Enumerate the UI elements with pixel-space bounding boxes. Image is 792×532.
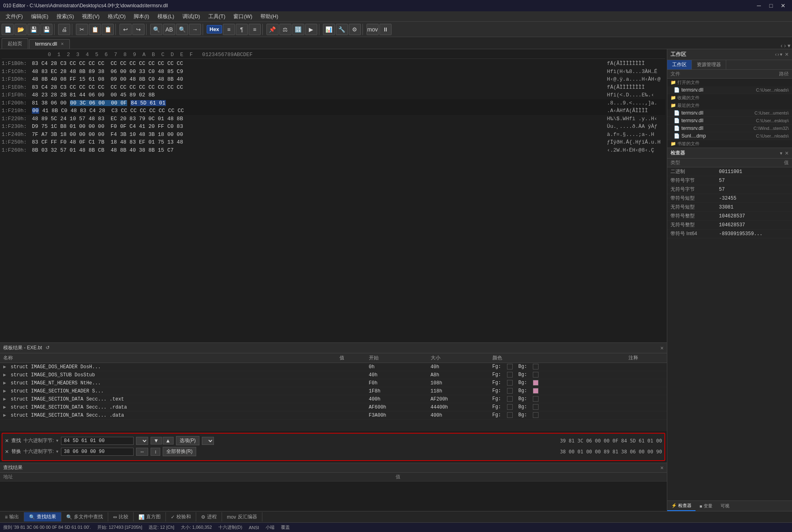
redo-button[interactable]: ↪ (132, 24, 145, 35)
undo-button[interactable]: ↩ (119, 24, 132, 35)
tab-list-icon[interactable]: ▾ (788, 42, 790, 49)
replace-close-icon[interactable]: ✕ (5, 449, 9, 455)
cut-button[interactable]: ✂ (76, 24, 88, 35)
inspector-scroll[interactable]: 二进制 00111001 带符号字节 57 无符号字节 57 带符号短型 -32… (667, 167, 792, 501)
inspector-tab-variables[interactable]: ■ 变量 (696, 501, 717, 511)
bottom-tab-find-results[interactable]: 🔍 查找结果 (24, 512, 61, 522)
workspace-nav-next[interactable]: › (777, 52, 779, 57)
workspace-file-item[interactable]: 📄 termsrv.dll C:\User...nloads\ (667, 86, 792, 94)
menu-tools[interactable]: 工具(T) (204, 12, 230, 21)
goto-button[interactable]: → (189, 24, 201, 35)
workspace-nav-prev[interactable]: ‹ (775, 52, 777, 57)
expand-arrow-icon[interactable]: ▶ (3, 372, 6, 378)
workspace-recent-item-1[interactable]: 📄 termsrv.dll C:\User...uments\ (667, 109, 792, 117)
pause-button[interactable]: ⏸ (379, 24, 392, 35)
compare-button[interactable]: ⚖ (279, 24, 291, 35)
find-type-dropdown-icon[interactable]: ▾ (56, 438, 59, 443)
move-button[interactable]: mov (367, 24, 379, 35)
tools-button[interactable]: 🔧 (336, 24, 348, 35)
find-input[interactable] (61, 437, 134, 445)
menu-edit[interactable]: 编辑(E) (27, 12, 52, 21)
open-button[interactable]: 📂 (15, 24, 27, 35)
calc-button[interactable]: 🔢 (292, 24, 304, 35)
workspace-close[interactable]: ✕ (785, 52, 789, 57)
find-up-arrow[interactable]: ▲ (163, 437, 174, 444)
bottom-tab-compare[interactable]: ⇔ 比较 (108, 512, 134, 522)
chart-button[interactable]: 📊 (323, 24, 335, 35)
expand-arrow-icon[interactable]: ▶ (3, 380, 6, 386)
search-results-scroll[interactable]: 地址 值 (0, 473, 667, 511)
template-row[interactable]: ▶ struct IMAGE_SECTION_HEADER S... 1F8h … (0, 387, 667, 395)
workspace-tab-workspace[interactable]: 工作区 (667, 60, 692, 69)
menu-help[interactable]: 帮助(H) (256, 12, 282, 21)
inspector-close[interactable]: ✕ (785, 150, 789, 156)
workspace-recent-item-2[interactable]: 📄 termsrv.dll C:\User...esktop\ (667, 117, 792, 125)
format-button[interactable]: ≡ (223, 24, 235, 35)
tab-close-button[interactable]: × (61, 41, 64, 47)
paste-button[interactable]: 📋 (102, 24, 114, 35)
save-button[interactable]: 💾 (27, 24, 40, 35)
tab-next-icon[interactable]: › (784, 42, 786, 49)
replace-icon-2[interactable]: ↕ (151, 448, 160, 456)
search-results-close[interactable]: × (660, 465, 664, 471)
menu-format[interactable]: 格式(O) (104, 12, 130, 21)
extra-button[interactable]: ⚙ (349, 24, 361, 35)
tab-prev-icon[interactable]: ‹ (781, 42, 783, 49)
bookmark-button[interactable]: 📌 (266, 24, 279, 35)
lines-button[interactable]: ≡ (249, 24, 261, 35)
template-row[interactable]: ▶ struct IMAGE_DOS_HEADER DosH... 0h 40h… (0, 363, 667, 371)
tab-home[interactable]: 起始页 (2, 38, 28, 49)
replace-type-dropdown-icon[interactable]: ▾ (56, 449, 59, 454)
find-dropdown[interactable] (136, 437, 148, 445)
expand-arrow-icon[interactable]: ▶ (3, 388, 6, 394)
bottom-tab-disasm[interactable]: mov 反汇编器 (222, 512, 262, 522)
menu-window[interactable]: 窗口(W) (229, 12, 256, 21)
workspace-recent-item-3[interactable]: 📄 termsrv.dll C:\Wind...stem32\ (667, 125, 792, 132)
workspace-collapse[interactable]: ▾ (780, 52, 782, 57)
maximize-button[interactable]: □ (765, 1, 777, 10)
columns-button[interactable]: ¶ (236, 24, 248, 35)
replace-input[interactable] (61, 448, 134, 456)
find-button[interactable]: 🔍 (150, 24, 162, 35)
template-table-scroll[interactable]: 名称 值 开始 大小 颜色 注释 ▶ struct IMAGE_DOS_HEAD… (0, 353, 667, 431)
find-next-button[interactable]: AB (163, 24, 175, 35)
find-options-button[interactable]: 选项(P) (176, 436, 199, 445)
template-row[interactable]: ▶ struct IMAGE_SECTION_DATA Secc... .dat… (0, 411, 667, 419)
template-row[interactable]: ▶ struct IMAGE_NT_HEADERS NtHe... F0h 10… (0, 379, 667, 387)
find-down-arrow[interactable]: ▼ (151, 437, 161, 444)
close-button[interactable]: ✕ (777, 1, 789, 10)
template-row[interactable]: ▶ struct IMAGE_SECTION_DATA Secc... .rda… (0, 403, 667, 411)
bottom-tab-process[interactable]: ⚙ 进程 (196, 512, 222, 522)
minimize-button[interactable]: ─ (753, 1, 765, 10)
expand-arrow-icon[interactable]: ▶ (3, 413, 6, 418)
inspector-collapse[interactable]: ▾ (780, 150, 782, 156)
template-row[interactable]: ▶ struct IMAGE_DOS_STUB DosStub 40h A8h … (0, 371, 667, 379)
bottom-tab-multifile-find[interactable]: 🔍 多文件中查找 (61, 512, 108, 522)
print-button[interactable]: 🖨 (58, 24, 70, 35)
copy-button[interactable]: 📋 (89, 24, 101, 35)
save-all-button[interactable]: 💾 (40, 24, 52, 35)
menu-script[interactable]: 脚本(I) (130, 12, 153, 21)
replace-icon-1[interactable]: ↔ (136, 448, 148, 456)
hex-view[interactable]: 0 1 2 3 4 5 6 7 8 9 A B C D E F 01234567… (0, 49, 667, 342)
menu-template[interactable]: 模板(L) (153, 12, 178, 21)
bottom-tab-output[interactable]: ≡ 输出 (0, 512, 24, 522)
menu-file[interactable]: 文件(F) (2, 12, 27, 21)
template-panel-close[interactable]: × (660, 345, 664, 351)
menu-debug[interactable]: 调试(D) (178, 12, 204, 21)
template-refresh-icon[interactable]: ↺ (46, 345, 50, 350)
menu-view[interactable]: 视图(V) (78, 12, 103, 21)
find-prev-button[interactable]: 🔍 (176, 24, 188, 35)
expand-arrow-icon[interactable]: ▶ (3, 364, 6, 370)
bottom-tab-checksum[interactable]: ✓ 校验和 (166, 512, 196, 522)
workspace-recent-item-4[interactable]: 📄 Sunl....dmp C:\User...nloads\ (667, 132, 792, 140)
tab-active-file[interactable]: termsrv.dll × (29, 39, 70, 49)
find-close-icon[interactable]: ✕ (5, 438, 9, 444)
inspector-tab-visual[interactable]: 可视 (717, 501, 733, 511)
expand-arrow-icon[interactable]: ▶ (3, 396, 6, 402)
inspector-tab-inspector[interactable]: ⚡ 检查器 (667, 501, 696, 511)
run-template-button[interactable]: ▶ (305, 24, 317, 35)
expand-arrow-icon[interactable]: ▶ (3, 405, 6, 410)
bottom-tab-histogram[interactable]: 📊 直方图 (134, 512, 166, 522)
find-options-dropdown[interactable] (202, 437, 214, 445)
